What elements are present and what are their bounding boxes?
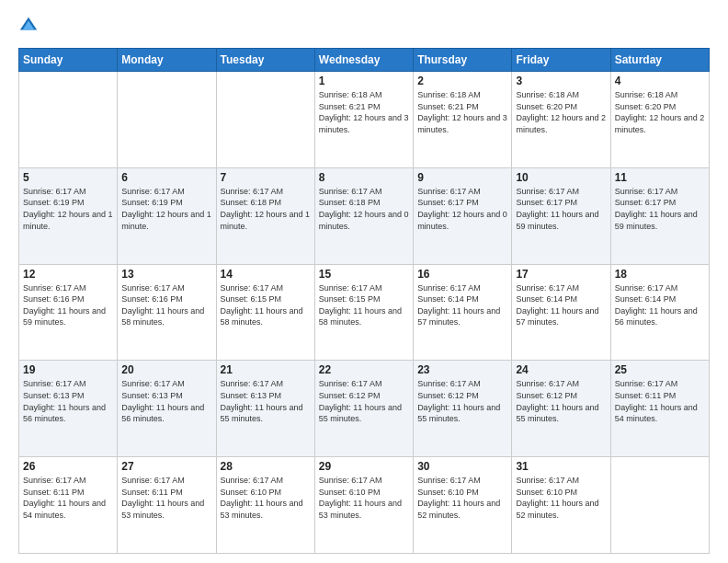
day-number-26: 26 [23,460,113,473]
day-info-4: Sunrise: 6:18 AM Sunset: 6:20 PM Dayligh… [615,89,705,135]
day-cell-27: 27Sunrise: 6:17 AM Sunset: 6:11 PM Dayli… [118,457,216,554]
day-info-19: Sunrise: 6:17 AM Sunset: 6:13 PM Dayligh… [23,378,113,424]
logo [18,15,42,39]
day-cell-23: 23Sunrise: 6:17 AM Sunset: 6:12 PM Dayli… [414,361,512,457]
weekday-monday: Monday [118,49,216,72]
weekday-saturday: Saturday [610,49,709,72]
day-number-23: 23 [417,363,507,376]
day-info-18: Sunrise: 6:17 AM Sunset: 6:14 PM Dayligh… [615,282,705,328]
day-cell-7: 7Sunrise: 6:17 AM Sunset: 6:18 PM Daylig… [216,167,314,264]
calendar-week-5: 26Sunrise: 6:17 AM Sunset: 6:11 PM Dayli… [19,457,710,554]
day-cell-10: 10Sunrise: 6:17 AM Sunset: 6:17 PM Dayli… [512,167,610,264]
day-info-6: Sunrise: 6:17 AM Sunset: 6:19 PM Dayligh… [121,186,211,232]
day-cell-6: 6Sunrise: 6:17 AM Sunset: 6:19 PM Daylig… [118,167,216,264]
day-number-3: 3 [516,75,606,87]
day-number-9: 9 [417,171,507,184]
weekday-friday: Friday [512,49,610,72]
day-cell-9: 9Sunrise: 6:17 AM Sunset: 6:17 PM Daylig… [414,167,512,264]
day-number-24: 24 [516,363,606,376]
day-number-31: 31 [516,460,606,473]
day-info-17: Sunrise: 6:17 AM Sunset: 6:14 PM Dayligh… [516,282,606,328]
day-info-29: Sunrise: 6:17 AM Sunset: 6:10 PM Dayligh… [319,475,409,521]
day-cell-4: 4Sunrise: 6:18 AM Sunset: 6:20 PM Daylig… [610,72,709,168]
weekday-wednesday: Wednesday [314,49,413,72]
day-number-16: 16 [417,268,507,281]
day-info-23: Sunrise: 6:17 AM Sunset: 6:12 PM Dayligh… [417,378,507,424]
weekday-tuesday: Tuesday [216,49,314,72]
day-number-8: 8 [319,171,409,184]
day-cell-14: 14Sunrise: 6:17 AM Sunset: 6:15 PM Dayli… [216,264,314,361]
calendar-week-3: 12Sunrise: 6:17 AM Sunset: 6:16 PM Dayli… [19,264,710,361]
day-info-8: Sunrise: 6:17 AM Sunset: 6:18 PM Dayligh… [319,186,409,232]
empty-cell [610,457,709,554]
day-info-21: Sunrise: 6:17 AM Sunset: 6:13 PM Dayligh… [221,378,311,424]
day-cell-18: 18Sunrise: 6:17 AM Sunset: 6:14 PM Dayli… [610,264,709,361]
day-cell-21: 21Sunrise: 6:17 AM Sunset: 6:13 PM Dayli… [216,361,314,457]
day-cell-26: 26Sunrise: 6:17 AM Sunset: 6:11 PM Dayli… [19,457,118,554]
day-cell-16: 16Sunrise: 6:17 AM Sunset: 6:14 PM Dayli… [414,264,512,361]
weekday-sunday: Sunday [19,49,118,72]
day-number-25: 25 [615,363,705,376]
day-number-27: 27 [121,460,211,473]
day-info-25: Sunrise: 6:17 AM Sunset: 6:11 PM Dayligh… [615,378,705,424]
day-info-9: Sunrise: 6:17 AM Sunset: 6:17 PM Dayligh… [417,186,507,232]
day-cell-25: 25Sunrise: 6:17 AM Sunset: 6:11 PM Dayli… [610,361,709,457]
day-cell-29: 29Sunrise: 6:17 AM Sunset: 6:10 PM Dayli… [314,457,413,554]
day-cell-1: 1Sunrise: 6:18 AM Sunset: 6:21 PM Daylig… [314,72,413,168]
day-number-4: 4 [615,75,705,87]
day-info-31: Sunrise: 6:17 AM Sunset: 6:10 PM Dayligh… [516,475,606,521]
day-number-28: 28 [221,460,311,473]
day-info-3: Sunrise: 6:18 AM Sunset: 6:20 PM Dayligh… [516,89,606,135]
day-number-12: 12 [23,268,113,281]
day-cell-28: 28Sunrise: 6:17 AM Sunset: 6:10 PM Dayli… [216,457,314,554]
day-cell-15: 15Sunrise: 6:17 AM Sunset: 6:15 PM Dayli… [314,264,413,361]
day-info-11: Sunrise: 6:17 AM Sunset: 6:17 PM Dayligh… [615,186,705,232]
day-number-15: 15 [319,268,409,281]
day-info-30: Sunrise: 6:17 AM Sunset: 6:10 PM Dayligh… [417,475,507,521]
header [18,15,710,39]
day-number-7: 7 [221,171,311,184]
day-number-18: 18 [615,268,705,281]
empty-cell [118,72,216,168]
day-info-14: Sunrise: 6:17 AM Sunset: 6:15 PM Dayligh… [221,282,311,328]
day-cell-8: 8Sunrise: 6:17 AM Sunset: 6:18 PM Daylig… [314,167,413,264]
day-number-21: 21 [221,363,311,376]
day-number-5: 5 [23,171,113,184]
day-cell-3: 3Sunrise: 6:18 AM Sunset: 6:20 PM Daylig… [512,72,610,168]
day-number-19: 19 [23,363,113,376]
calendar-week-4: 19Sunrise: 6:17 AM Sunset: 6:13 PM Dayli… [19,361,710,457]
day-info-10: Sunrise: 6:17 AM Sunset: 6:17 PM Dayligh… [516,186,606,232]
empty-cell [216,72,314,168]
calendar-week-1: 1Sunrise: 6:18 AM Sunset: 6:21 PM Daylig… [19,72,710,168]
day-number-14: 14 [221,268,311,281]
day-number-13: 13 [121,268,211,281]
logo-icon [18,15,39,35]
day-number-29: 29 [319,460,409,473]
day-info-27: Sunrise: 6:17 AM Sunset: 6:11 PM Dayligh… [121,475,211,521]
day-cell-24: 24Sunrise: 6:17 AM Sunset: 6:12 PM Dayli… [512,361,610,457]
day-info-5: Sunrise: 6:17 AM Sunset: 6:19 PM Dayligh… [23,186,113,232]
day-cell-11: 11Sunrise: 6:17 AM Sunset: 6:17 PM Dayli… [610,167,709,264]
day-cell-13: 13Sunrise: 6:17 AM Sunset: 6:16 PM Dayli… [118,264,216,361]
day-number-2: 2 [417,75,507,87]
day-number-6: 6 [121,171,211,184]
day-info-16: Sunrise: 6:17 AM Sunset: 6:14 PM Dayligh… [417,282,507,328]
empty-cell [19,72,118,168]
day-cell-22: 22Sunrise: 6:17 AM Sunset: 6:12 PM Dayli… [314,361,413,457]
day-info-2: Sunrise: 6:18 AM Sunset: 6:21 PM Dayligh… [417,89,507,135]
day-number-22: 22 [319,363,409,376]
page: SundayMondayTuesdayWednesdayThursdayFrid… [0,0,728,563]
day-cell-19: 19Sunrise: 6:17 AM Sunset: 6:13 PM Dayli… [19,361,118,457]
day-cell-20: 20Sunrise: 6:17 AM Sunset: 6:13 PM Dayli… [118,361,216,457]
day-number-11: 11 [615,171,705,184]
day-number-30: 30 [417,460,507,473]
day-number-10: 10 [516,171,606,184]
weekday-header-row: SundayMondayTuesdayWednesdayThursdayFrid… [19,49,710,72]
day-info-7: Sunrise: 6:17 AM Sunset: 6:18 PM Dayligh… [221,186,311,232]
day-info-12: Sunrise: 6:17 AM Sunset: 6:16 PM Dayligh… [23,282,113,328]
day-number-17: 17 [516,268,606,281]
day-cell-2: 2Sunrise: 6:18 AM Sunset: 6:21 PM Daylig… [414,72,512,168]
day-info-20: Sunrise: 6:17 AM Sunset: 6:13 PM Dayligh… [121,378,211,424]
day-info-28: Sunrise: 6:17 AM Sunset: 6:10 PM Dayligh… [221,475,311,521]
day-info-1: Sunrise: 6:18 AM Sunset: 6:21 PM Dayligh… [319,89,409,135]
